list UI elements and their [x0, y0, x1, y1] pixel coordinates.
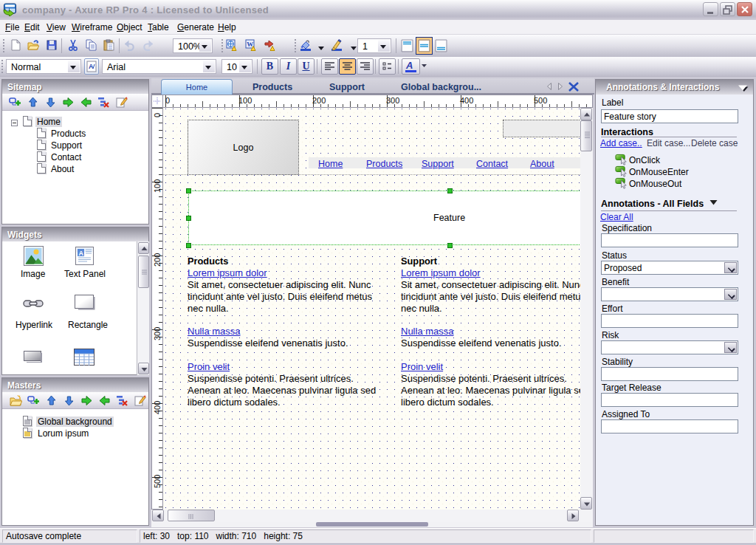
- svg-text:A: A: [89, 63, 94, 70]
- svg-text:W: W: [247, 41, 253, 48]
- svg-text:A: A: [79, 250, 84, 257]
- svg-text:A: A: [405, 60, 413, 71]
